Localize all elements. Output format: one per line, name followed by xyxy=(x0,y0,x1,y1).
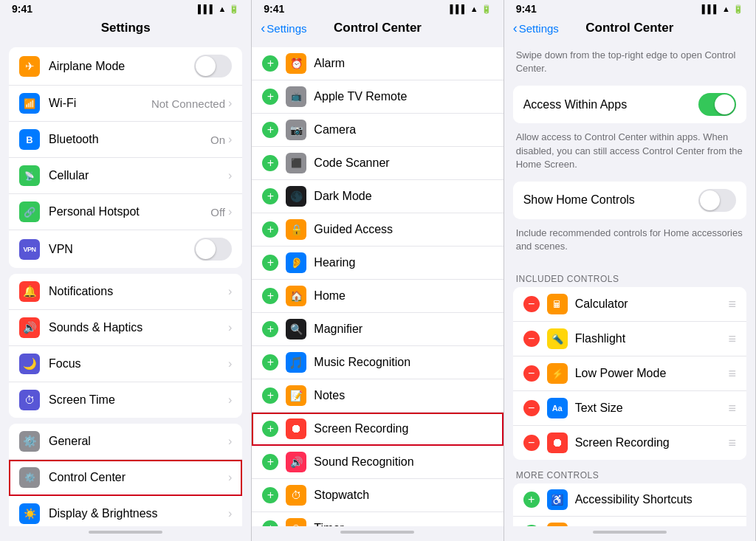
included-controls-card: − 🖩 Calculator ≡ − 🔦 Flashlight ≡ − ⚡ Lo… xyxy=(513,287,746,460)
cc-add-camera[interactable]: + xyxy=(262,122,278,138)
cc-darkmode-row[interactable]: + 🌑 Dark Mode xyxy=(252,180,503,213)
general-row[interactable]: ⚙️ General › xyxy=(9,424,242,460)
cc-hearing-row[interactable]: + 👂 Hearing xyxy=(252,247,503,280)
wifi-value: Not Connected xyxy=(151,97,225,110)
calculator-drag[interactable]: ≡ xyxy=(728,297,736,312)
included-textsize-row[interactable]: − Aa Text Size ≡ xyxy=(513,391,746,426)
cc-add-alarm[interactable]: + xyxy=(262,55,278,72)
cc-codescanner-row[interactable]: + ⬛ Code Scanner xyxy=(252,147,503,180)
cc-add-guidedaccess[interactable]: + xyxy=(262,221,278,238)
cc-musicrecog-icon: 🎵 xyxy=(286,352,306,373)
cc-musicrecog-label: Music Recognition xyxy=(314,356,492,369)
home-indicator-right xyxy=(504,526,755,541)
back-chevron-middle: ‹ xyxy=(261,21,265,35)
settings-scroll[interactable]: ✈ Airplane Mode 📶 Wi-Fi Not Connected › … xyxy=(0,41,251,526)
included-screenrecord-row[interactable]: − ⏺ Screen Recording ≡ xyxy=(513,426,746,460)
cc-add-hearing[interactable]: + xyxy=(262,255,278,271)
more-accessibility-icon: ♿ xyxy=(547,489,568,510)
more-add-accessibility[interactable]: + xyxy=(523,492,540,508)
page-title-middle: Control Center xyxy=(334,21,422,35)
battery-icon-r: 🔋 xyxy=(733,4,743,14)
cc-add-soundrecog[interactable]: + xyxy=(262,454,278,470)
airplane-toggle[interactable] xyxy=(194,55,232,77)
cc-screenrecord-row[interactable]: + ⏺ Screen Recording xyxy=(252,413,503,446)
back-button-right[interactable]: ‹ Settings xyxy=(513,21,559,35)
cc-appletv-label: Apple TV Remote xyxy=(314,90,492,103)
cc-add-magnifier[interactable]: + xyxy=(262,321,278,337)
focus-row[interactable]: 🌙 Focus › xyxy=(9,346,242,382)
cc-home-icon: 🏠 xyxy=(286,286,306,306)
hotspot-row[interactable]: 🔗 Personal Hotspot Off › xyxy=(9,194,242,230)
cc-add-codescanner[interactable]: + xyxy=(262,155,278,171)
cc-soundrecog-icon: 🔊 xyxy=(286,452,306,472)
cc-timer-row[interactable]: + ⏲ Timer xyxy=(252,512,503,526)
airplane-mode-row[interactable]: ✈ Airplane Mode xyxy=(9,47,242,86)
remove-calculator-btn[interactable]: − xyxy=(523,296,540,312)
cc-add-stopwatch[interactable]: + xyxy=(262,487,278,503)
cc-stopwatch-row[interactable]: + ⏱ Stopwatch xyxy=(252,479,503,512)
cc-alarm-row[interactable]: + ⏰ Alarm xyxy=(252,47,503,80)
cc-musicrecog-row[interactable]: + 🎵 Music Recognition xyxy=(252,346,503,379)
home-controls-row[interactable]: Show Home Controls xyxy=(513,182,746,219)
hotspot-value: Off xyxy=(210,206,225,218)
included-lowpower-row[interactable]: − ⚡ Low Power Mode ≡ xyxy=(513,356,746,391)
back-button-middle[interactable]: ‹ Settings xyxy=(261,21,306,35)
controlcenter-row[interactable]: ⚙️ Control Center › xyxy=(9,460,242,496)
controlcenter-chevron: › xyxy=(228,471,232,484)
access-apps-row[interactable]: Access Within Apps xyxy=(513,86,746,123)
more-alarm-row[interactable]: + ⏰ Alarm xyxy=(513,517,746,526)
cc-appletv-row[interactable]: + 📺 Apple TV Remote xyxy=(252,80,503,114)
cc-soundrecog-row[interactable]: + 🔊 Sound Recognition xyxy=(252,446,503,479)
lowpower-icon: ⚡ xyxy=(547,363,568,384)
cc-add-musicrecog[interactable]: + xyxy=(262,354,278,371)
more-accessibility-row[interactable]: + ♿ Accessibility Shortcuts xyxy=(513,483,746,517)
cc-guidedaccess-row[interactable]: + 🔒 Guided Access xyxy=(252,213,503,247)
page-title-right: Control Center xyxy=(585,21,673,35)
cc-add-appletv[interactable]: + xyxy=(262,89,278,105)
home-controls-toggle[interactable] xyxy=(698,189,736,212)
cc-add-screenrecord[interactable]: + xyxy=(262,421,278,437)
cc-add-home[interactable]: + xyxy=(262,288,278,304)
remove-lowpower-btn[interactable]: − xyxy=(523,365,540,382)
cc-add-timer[interactable]: + xyxy=(262,520,278,526)
cc-add-notes[interactable]: + xyxy=(262,387,278,404)
vpn-toggle[interactable] xyxy=(194,238,232,261)
notifications-row[interactable]: 🔔 Notifications › xyxy=(9,274,242,310)
cellular-row[interactable]: 📡 Cellular › xyxy=(9,158,242,194)
hotspot-icon: 🔗 xyxy=(19,201,40,222)
general-icon: ⚙️ xyxy=(19,431,40,452)
access-apps-desc: Allow access to Control Center within ap… xyxy=(504,123,755,182)
status-bar-left: 9:41 ▌▌▌ ▲ 🔋 xyxy=(0,0,251,16)
display-row[interactable]: ☀️ Display & Brightness › xyxy=(9,496,242,526)
cc-list-scroll[interactable]: + ⏰ Alarm + 📺 Apple TV Remote + 📷 Camera… xyxy=(252,41,503,526)
lowpower-drag[interactable]: ≡ xyxy=(728,366,736,382)
vpn-row[interactable]: VPN VPN xyxy=(9,230,242,268)
sounds-row[interactable]: 🔊 Sounds & Haptics › xyxy=(9,310,242,346)
general-card: ⚙️ General › ⚙️ Control Center › ☀️ Disp… xyxy=(9,424,242,526)
cc-home-row[interactable]: + 🏠 Home xyxy=(252,280,503,313)
status-time-middle: 9:41 xyxy=(264,3,284,15)
lowpower-label: Low Power Mode xyxy=(575,367,729,380)
included-flashlight-row[interactable]: − 🔦 Flashlight ≡ xyxy=(513,322,746,356)
bluetooth-value: On xyxy=(210,134,225,146)
remove-screenrecord-btn[interactable]: − xyxy=(523,435,540,451)
status-icons-middle: ▌▌▌ ▲ 🔋 xyxy=(450,4,491,14)
screentime-row[interactable]: ⏱ Screen Time › xyxy=(9,382,242,418)
flashlight-drag[interactable]: ≡ xyxy=(728,331,736,347)
remove-flashlight-btn[interactable]: − xyxy=(523,331,540,347)
cc-add-darkmode[interactable]: + xyxy=(262,188,278,204)
textsize-drag[interactable]: ≡ xyxy=(728,401,736,416)
signal-icon-m: ▌▌▌ xyxy=(450,4,467,13)
cc-settings-scroll[interactable]: Swipe down from the top-right edge to op… xyxy=(504,41,755,526)
access-apps-toggle[interactable] xyxy=(698,93,736,116)
remove-textsize-btn[interactable]: − xyxy=(523,400,540,416)
cc-camera-row[interactable]: + 📷 Camera xyxy=(252,114,503,147)
included-calculator-row[interactable]: − 🖩 Calculator ≡ xyxy=(513,287,746,322)
wifi-row[interactable]: 📶 Wi-Fi Not Connected › xyxy=(9,86,242,122)
screenrecord-drag[interactable]: ≡ xyxy=(728,435,736,451)
bluetooth-row[interactable]: B Bluetooth On › xyxy=(9,122,242,158)
vpn-label: VPN xyxy=(49,243,194,256)
cc-magnifier-row[interactable]: + 🔍 Magnifier xyxy=(252,313,503,346)
cc-notes-row[interactable]: + 📝 Notes xyxy=(252,379,503,413)
airplane-icon: ✈ xyxy=(19,56,40,77)
